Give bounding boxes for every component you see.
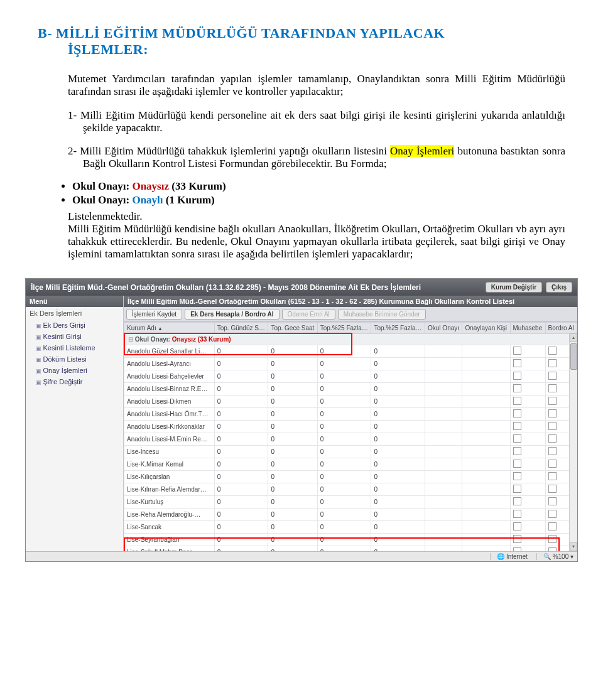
table-row[interactable]: Anadolu Lisesi-Kırkkonaklar0000 xyxy=(124,421,577,433)
muhasebe-checkbox[interactable] xyxy=(513,522,521,530)
col-muhasebe[interactable]: Muhasebe xyxy=(510,323,545,334)
muhasebe-checkbox[interactable] xyxy=(513,472,521,480)
bordro-checkbox[interactable] xyxy=(548,447,557,455)
col-gunduz[interactable]: Top. Gündüz S… xyxy=(214,323,268,334)
section-heading: B- MİLLİ EĞİTİM MÜDÜRLÜĞÜ TARAFINDAN YAP… xyxy=(38,25,565,58)
group-row[interactable]: Okul Onayı: Onaysız (33 Kurum) xyxy=(124,334,577,345)
hesapla-button[interactable]: Ek Ders Hesapla / Bordro Al xyxy=(185,309,279,320)
col-fazla2[interactable]: Top.%25 Fazla… xyxy=(371,323,425,334)
sidebar-item-onay[interactable]: Onay İşlemleri xyxy=(26,365,123,376)
bordro-checkbox[interactable] xyxy=(548,522,557,530)
muhasebe-checkbox[interactable] xyxy=(513,384,521,392)
table-row[interactable]: Lise-Seyranbağları0000 xyxy=(124,534,577,546)
odeme-button[interactable]: Ödeme Emri Al xyxy=(282,309,335,320)
sidebar-item-ekders[interactable]: Ek Ders Girişi xyxy=(26,320,123,331)
sidebar-item-kesinti-giris[interactable]: Kesinti Girişi xyxy=(26,331,123,342)
kurum-degistir-button[interactable]: Kurum Değiştir xyxy=(486,282,542,293)
sidebar-title: Menü xyxy=(26,296,123,307)
para2-text-a: 2- Milli Eğitim Müdürlüğü tahakkuk işlem… xyxy=(68,145,390,157)
bordro-checkbox[interactable] xyxy=(548,497,557,505)
muhasebe-checkbox[interactable] xyxy=(513,359,521,367)
main-panel: İlçe Milli Eğitim Müd.-Genel Ortaöğretim… xyxy=(124,296,577,551)
scroll-up-icon[interactable]: ▴ xyxy=(570,333,577,342)
table-row[interactable]: Lise-Sancak0000 xyxy=(124,521,577,534)
bordro-checkbox[interactable] xyxy=(548,460,557,468)
sidebar-item-dokum[interactable]: Döküm Listesi xyxy=(26,353,123,365)
col-kurum[interactable]: Kurum Adı xyxy=(124,323,215,334)
table-row[interactable]: Anadolu Lisesi-Bahçelievler0000 xyxy=(124,370,577,383)
col-fazla1[interactable]: Top.%25 Fazla… xyxy=(317,323,371,334)
col-gece[interactable]: Top. Gece Saat xyxy=(268,323,317,334)
muhasebe-checkbox[interactable] xyxy=(513,485,521,493)
table-row[interactable]: Anadolu Lisesi-M.Emin Re…0000 xyxy=(124,433,577,446)
muhasebe-checkbox[interactable] xyxy=(513,372,521,380)
sidebar: Menü Ek Ders İşlemleri Ek Ders Girişi Ke… xyxy=(26,296,124,551)
bordro-checkbox[interactable] xyxy=(548,472,557,480)
muhasebe-checkbox[interactable] xyxy=(513,497,521,505)
status-internet: Internet xyxy=(490,553,528,560)
bordro-checkbox[interactable] xyxy=(548,434,557,443)
muhasebe-checkbox[interactable] xyxy=(513,347,521,355)
numbered-para-2: 2- Milli Eğitim Müdürlüğü tahakkuk işlem… xyxy=(53,145,565,170)
bordro-checkbox[interactable] xyxy=(548,359,557,367)
table-row[interactable]: Lise-K.Mimar Kemal0000 xyxy=(124,458,577,471)
scroll-down-icon[interactable]: ▾ xyxy=(570,542,577,551)
table-row[interactable]: Lise-Kılıran-Refia Alemdar…0000 xyxy=(124,483,577,496)
table-row[interactable]: Lise-İncesu0000 xyxy=(124,446,577,458)
heading-line2: İŞLEMLER: xyxy=(38,41,565,58)
col-bordro[interactable]: Bordro Al xyxy=(545,323,577,334)
intro-paragraph: Mutemet Yardımcıları tarafından yapılan … xyxy=(38,73,565,98)
table-row[interactable]: Lise-Kılıçarslan0000 xyxy=(124,471,577,483)
col-onaylayan[interactable]: Onaylayan Kişi xyxy=(462,323,510,334)
bordro-checkbox[interactable] xyxy=(548,510,557,518)
app-screenshot: İlçe Milli Eğitim Müd.-Genel Ortaöğretim… xyxy=(25,278,578,562)
numbered-para-1: 1- Milli Eğitim Müdürlüğü kendi personel… xyxy=(53,109,565,134)
cikis-button[interactable]: Çıkış xyxy=(546,282,572,293)
table-wrapper: Kurum Adı Top. Gündüz S… Top. Gece Saat … xyxy=(124,322,577,551)
table-row[interactable]: Anadolu Lisesi-Hacı Ömr.T…0000 xyxy=(124,408,577,421)
sidebar-item-kesinti-liste[interactable]: Kesinti Listeleme xyxy=(26,342,123,353)
table-row[interactable]: Anadolu Lisesi-Ayrancı0000 xyxy=(124,358,577,370)
bordro-checkbox[interactable] xyxy=(548,535,557,543)
muhasebe-checkbox[interactable] xyxy=(513,447,521,455)
table-row[interactable]: Lise-Kurtuluş0000 xyxy=(124,496,577,509)
heading-line1: B- MİLLİ EĞİTİM MÜDÜRLÜĞÜ TARAFINDAN YAP… xyxy=(38,25,445,41)
sidebar-item-sifre[interactable]: Şifre Değiştir xyxy=(26,376,123,387)
bordro-checkbox[interactable] xyxy=(548,397,557,405)
bullet-label: Okul Onayı: xyxy=(72,194,132,206)
panel-title: İlçe Milli Eğitim Müd.-Genel Ortaöğretim… xyxy=(124,296,577,307)
muhasebe-checkbox[interactable] xyxy=(513,510,521,518)
onayli-count: (1 Kurum) xyxy=(163,194,215,206)
status-bar: Internet 🔍 %100 ▾ xyxy=(26,551,577,561)
kaydet-button[interactable]: İşlemleri Kaydet xyxy=(126,309,182,320)
onay-islemleri-highlight: Onay İşlemleri xyxy=(390,145,454,157)
muhasebe-checkbox[interactable] xyxy=(513,397,521,405)
muhasebe-checkbox[interactable] xyxy=(513,434,521,443)
muhasebe-checkbox[interactable] xyxy=(513,547,521,551)
app-title: İlçe Milli Eğitim Müd.-Genel Ortaöğretim… xyxy=(31,283,421,292)
vertical-scrollbar[interactable]: ▴ ▾ xyxy=(569,333,577,551)
bordro-checkbox[interactable] xyxy=(548,422,557,430)
muhasebe-checkbox[interactable] xyxy=(513,409,521,417)
table-row[interactable]: Anadolu Lisesi-Dikmen0000 xyxy=(124,396,577,408)
table-row[interactable]: Lise-Reha Alemdaroğlu-…0000 xyxy=(124,509,577,521)
muhasebe-checkbox[interactable] xyxy=(513,422,521,430)
bullet-label: Okul Onayı: xyxy=(72,180,132,192)
table-row[interactable]: Lise-Sokull.Mehm.Paşa0000 xyxy=(124,546,577,552)
bordro-checkbox[interactable] xyxy=(548,384,557,392)
onaysiz-text: Onaysız xyxy=(132,180,169,192)
bullet-onayli: Okul Onayı: Onaylı (1 Kurum) xyxy=(72,194,565,207)
bordro-checkbox[interactable] xyxy=(548,409,557,417)
bordro-checkbox[interactable] xyxy=(548,372,557,380)
table-row[interactable]: Anadolu Lisesi-Binnaz R.E…0000 xyxy=(124,383,577,396)
status-zoom: 🔍 %100 ▾ xyxy=(536,553,573,560)
bordro-checkbox[interactable] xyxy=(548,547,557,551)
table-row[interactable]: Anadolu Güzel Sanatlar Li…0000 xyxy=(124,345,577,358)
muhasebe-checkbox[interactable] xyxy=(513,535,521,543)
bordro-checkbox[interactable] xyxy=(548,485,557,493)
col-okul-onayi[interactable]: Okul Onayı xyxy=(425,323,462,334)
gonder-button[interactable]: Muhasebe Birimine Gönder xyxy=(338,309,426,320)
scroll-thumb[interactable] xyxy=(570,343,577,370)
bordro-checkbox[interactable] xyxy=(548,347,557,355)
muhasebe-checkbox[interactable] xyxy=(513,460,521,468)
